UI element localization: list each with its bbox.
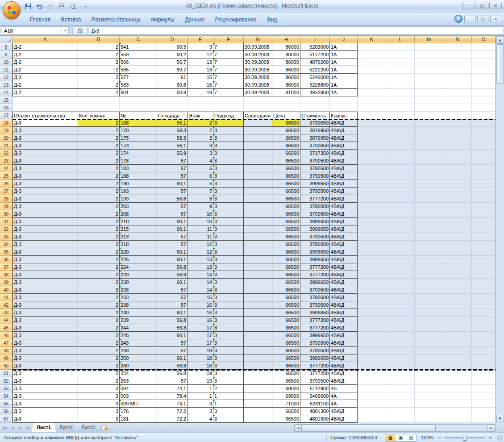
cell-C37[interactable]: 224 xyxy=(120,263,157,271)
cell-G28[interactable] xyxy=(244,195,272,203)
cell-J23[interactable]: 4В/6Д xyxy=(330,157,358,165)
cell-O32[interactable] xyxy=(472,225,496,233)
cell-L31[interactable] xyxy=(386,218,415,225)
cell-A45[interactable]: Д-3 xyxy=(12,324,78,332)
cell-F9[interactable]: 7 xyxy=(213,51,244,58)
cell-G39[interactable] xyxy=(244,279,272,286)
cell-D48[interactable]: 57 xyxy=(157,347,187,354)
cell-A37[interactable]: Д-3 xyxy=(12,263,78,271)
cell-M20[interactable] xyxy=(415,134,443,142)
cell-K17[interactable] xyxy=(358,112,386,119)
cell-G55[interactable] xyxy=(244,400,272,408)
cell-B54[interactable]: 3 xyxy=(78,392,120,400)
cell-I34[interactable]: 3790500 xyxy=(300,241,330,248)
cell-N24[interactable] xyxy=(443,165,472,172)
row-header-49[interactable]: 49 xyxy=(0,354,12,362)
cell-O11[interactable] xyxy=(472,66,496,74)
row-header-22[interactable]: 22 xyxy=(0,150,12,157)
cell-E44[interactable]: 16 xyxy=(187,317,213,324)
cell-M31[interactable] xyxy=(415,218,443,225)
cell-J26[interactable]: 4В/6Д xyxy=(330,180,358,188)
cell-E22[interactable]: 3 xyxy=(187,150,213,157)
cell-J43[interactable]: 4В/6Д xyxy=(330,309,358,317)
cell-F35[interactable]: 3 xyxy=(213,248,244,256)
cell-J53[interactable]: 4Б xyxy=(330,385,358,392)
cell-J54[interactable]: 4А xyxy=(330,392,358,400)
cell-F30[interactable]: 3 xyxy=(213,210,244,218)
cell-I53[interactable]: 5112900 xyxy=(300,385,330,392)
cell-D55[interactable]: 74,1 xyxy=(157,400,187,408)
cell-E9[interactable]: 12 xyxy=(187,51,213,58)
cell-O15[interactable] xyxy=(472,96,496,104)
cell-F22[interactable]: 3 xyxy=(213,150,244,157)
row-header-45[interactable]: 45 xyxy=(0,324,12,332)
cell-B46[interactable]: 2 xyxy=(78,332,120,339)
cell-E39[interactable]: 14 xyxy=(187,279,213,286)
row-header-53[interactable]: 53 xyxy=(0,385,12,392)
cell-G32[interactable] xyxy=(244,225,272,233)
cell-B21[interactable]: 2 xyxy=(78,142,120,150)
cell-A14[interactable]: Д-2 xyxy=(12,89,78,96)
cell-C17[interactable]: № xyxy=(120,112,157,119)
cell-B12[interactable]: 2 xyxy=(78,74,120,81)
cell-O55[interactable] xyxy=(472,400,496,408)
cell-D24[interactable]: 57 xyxy=(157,165,187,172)
cell-N40[interactable] xyxy=(443,286,472,294)
scroll-up-button[interactable]: ▲ xyxy=(496,36,504,44)
cell-H31[interactable]: 66500 xyxy=(272,218,300,225)
cell-H47[interactable]: 66500 xyxy=(272,339,300,347)
cell-O57[interactable] xyxy=(472,415,496,423)
cell-D18[interactable]: 56,1 xyxy=(157,119,187,127)
cell-D32[interactable]: 60,1 xyxy=(157,225,187,233)
first-sheet-button[interactable]: ◄ xyxy=(1,424,8,431)
column-header-E[interactable]: E xyxy=(187,36,213,43)
cell-F27[interactable]: 3 xyxy=(213,188,244,195)
cell-A54[interactable]: Д-3 xyxy=(12,392,78,400)
cell-I30[interactable]: 3790500 xyxy=(300,210,330,218)
cell-A38[interactable]: Д-3 xyxy=(12,271,78,279)
cell-C16[interactable] xyxy=(120,104,157,112)
cell-L45[interactable] xyxy=(386,324,415,332)
formula-input[interactable]: Д-3 xyxy=(89,26,503,35)
column-header-O[interactable]: O xyxy=(472,36,496,43)
cell-K47[interactable] xyxy=(358,339,386,347)
cell-G41[interactable] xyxy=(244,294,272,301)
cell-F50[interactable]: 3 xyxy=(213,362,244,370)
cell-H8[interactable]: 86000 xyxy=(272,43,300,51)
cell-K49[interactable] xyxy=(358,354,386,362)
cell-G34[interactable] xyxy=(244,241,272,248)
cell-O51[interactable] xyxy=(472,370,496,377)
row-header-23[interactable]: 23 xyxy=(0,157,12,165)
cell-B11[interactable]: 2 xyxy=(78,66,120,74)
ribbon-tab-formulas[interactable]: Формулы xyxy=(146,15,179,25)
cell-A18[interactable]: Д-3 xyxy=(12,119,78,127)
cell-O20[interactable] xyxy=(472,134,496,142)
cell-O28[interactable] xyxy=(472,195,496,203)
cell-L51[interactable] xyxy=(386,370,415,377)
cell-A41[interactable]: Д-3 xyxy=(12,294,78,301)
cell-H44[interactable]: 66500 xyxy=(272,317,300,324)
cell-M16[interactable] xyxy=(415,104,443,112)
cell-H23[interactable]: 66500 xyxy=(272,157,300,165)
cell-B20[interactable]: 2 xyxy=(78,134,120,142)
cell-J22[interactable]: 4В/6Д xyxy=(330,150,358,157)
cell-C30[interactable]: 208 xyxy=(120,210,157,218)
cell-A52[interactable]: Д-3 xyxy=(12,377,78,385)
row-header-56[interactable]: 56 xyxy=(0,408,12,415)
row-header-50[interactable]: 50 xyxy=(0,362,12,370)
cell-O27[interactable] xyxy=(472,188,496,195)
cell-A29[interactable]: Д-3 xyxy=(12,203,78,210)
cell-F45[interactable]: 3 xyxy=(213,324,244,332)
row-header-51[interactable]: 51 xyxy=(0,370,12,377)
cell-G30[interactable] xyxy=(244,210,272,218)
cell-D52[interactable]: 57 xyxy=(157,377,187,385)
cell-G52[interactable] xyxy=(244,377,272,385)
cell-I36[interactable]: 3996650 xyxy=(300,256,330,263)
cell-G15[interactable] xyxy=(244,96,272,104)
cell-F8[interactable]: 7 xyxy=(213,43,244,51)
cell-B17[interactable]: Кол. комнат xyxy=(78,112,120,119)
column-header-K[interactable]: K xyxy=(358,36,386,43)
cell-K26[interactable] xyxy=(358,180,386,188)
cell-L21[interactable] xyxy=(386,142,415,150)
cell-F41[interactable]: 3 xyxy=(213,294,244,301)
